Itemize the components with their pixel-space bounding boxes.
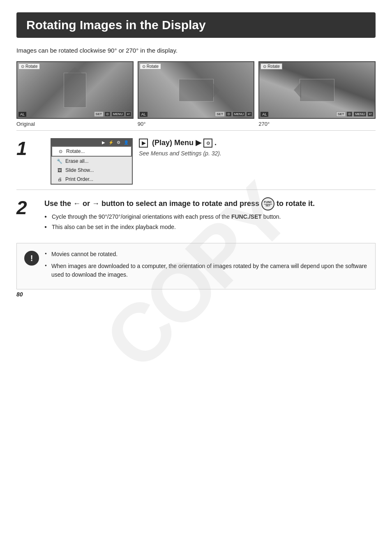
step-2-content: Use the ← or → button to select an image… <box>44 197 376 233</box>
step-1-period: . <box>214 139 217 147</box>
note-icon: ! <box>24 251 39 266</box>
set-btn-original: SET <box>94 111 104 117</box>
back-btn-90: ↩ <box>246 111 252 117</box>
cam-bottom-right-270: SET ⊙ MENU ↩ <box>336 111 374 117</box>
cam-label-icon-original: ⊙ <box>21 64 24 69</box>
erase-menu-icon: 🔧 <box>56 159 63 164</box>
menu-header-settings-icon: ⚙ <box>117 140 120 145</box>
cam-top-bar-270: ⊙ Rotate <box>261 63 374 69</box>
menu-header: ▶ ⚡ ⚙ 👤 <box>51 139 132 146</box>
cam-label-90: ⊙ Rotate <box>140 63 161 69</box>
erase-menu-label: Erase all... <box>65 158 89 164</box>
step-1-title: ▶ (Play) Menu ▶ ⊙ . <box>139 138 369 148</box>
cam-label-icon-270: ⊙ <box>263 64 266 69</box>
screen-label-270: 270° <box>258 121 270 127</box>
step-1-content: ▶ ⚡ ⚙ 👤 ⊙ Rotate... 🔧 Erase all... � <box>44 138 376 185</box>
func-set-button: FUNC SET <box>261 197 274 210</box>
slideshow-menu-icon: 🖼 <box>56 168 63 173</box>
menu-item-print: 🖨 Print Order... <box>51 175 132 184</box>
cam-bottom-left-270: AL <box>261 112 268 117</box>
func-btn-90: ⊙ <box>226 111 232 117</box>
cam-bottom-left-original: AL <box>18 112 26 117</box>
cam-bottom-right-original: SET ⊙ MENU ↩ <box>94 111 131 117</box>
menu-btn-90: MENU <box>233 111 246 117</box>
menu-item-slideshow: 🖼 Slide Show... <box>51 166 132 175</box>
cam-label-text-270: Rotate <box>267 64 279 69</box>
func-btn-270: ⊙ <box>346 111 353 117</box>
menu-header-play-icon: ▶ <box>102 140 105 145</box>
cam-label-text-original: Rotate <box>25 64 37 69</box>
step-2-number: 2 <box>16 197 37 217</box>
page-title: Rotating Images in the Display <box>26 18 366 32</box>
menu-header-flash-icon: ⚡ <box>108 140 113 145</box>
func-set-text: FUNC SET <box>264 201 272 207</box>
note-icon-text: ! <box>30 254 33 263</box>
screen-label-original: Original <box>16 121 35 127</box>
page-number: 80 <box>16 291 23 298</box>
menu-screenshot: ▶ ⚡ ⚙ 👤 ⊙ Rotate... 🔧 Erase all... � <box>51 138 133 185</box>
func-label: FUNC <box>264 201 272 204</box>
cam-label-original: ⊙ Rotate <box>18 63 40 69</box>
step-1-text-block: ▶ (Play) Menu ▶ ⊙ . See Menus and Settin… <box>139 138 369 160</box>
cam-bottom-bar-original: AL SET ⊙ MENU ↩ <box>18 111 131 117</box>
note-item-1: Movies cannot be rotated. <box>45 250 368 259</box>
note-item-2: When images are downloaded to a computer… <box>45 262 368 279</box>
camera-screen-270: ⊙ Rotate AL SET ⊙ MENU ↩ <box>258 61 376 119</box>
cam-label-text-90: Rotate <box>147 64 159 69</box>
rotate-icon: ⊙ <box>203 139 212 148</box>
set-label: SET <box>264 204 272 207</box>
menu-item-rotate: ⊙ Rotate... <box>51 146 132 157</box>
menu-header-person-icon: 👤 <box>124 140 129 145</box>
note-box: ! Movies cannot be rotated. When images … <box>16 243 376 289</box>
step-1-inner: ▶ ⚡ ⚙ 👤 ⊙ Rotate... 🔧 Erase all... � <box>44 138 376 185</box>
menu-btn-270: MENU <box>353 111 367 117</box>
img-content-90 <box>138 69 254 111</box>
note-content: Movies cannot be rotated. When images ar… <box>45 250 368 282</box>
cam-bottom-left-90: AL <box>140 112 148 117</box>
img-content-270 <box>259 69 375 111</box>
img-content-original <box>17 69 133 111</box>
arrow-right-label: ▶ <box>196 139 203 147</box>
screenshot-original: ⊙ Rotate AL SET ⊙ MENU ↩ Ori <box>16 61 134 127</box>
cam-bottom-bar-90: AL SET ⊙ MENU ↩ <box>140 111 253 117</box>
building-shape-270 <box>300 79 334 102</box>
set-btn-90: SET <box>215 111 225 117</box>
building-shape-90 <box>179 79 214 102</box>
page-content: Rotating Images in the Display Images ca… <box>0 0 392 306</box>
step-2-title: Use the ← or → button to select an image… <box>44 197 376 210</box>
print-menu-icon: 🖨 <box>56 177 63 182</box>
rotate-menu-icon: ⊙ <box>57 149 64 154</box>
screen-label-90: 90° <box>138 121 146 127</box>
print-menu-label: Print Order... <box>65 176 93 182</box>
cam-top-bar-90: ⊙ Rotate <box>140 63 253 69</box>
camera-screen-original: ⊙ Rotate AL SET ⊙ MENU ↩ <box>16 61 134 119</box>
step-1-ref: Menus and Settings <box>151 150 202 157</box>
step-2-row: 2 Use the ← or → button to select an ima… <box>16 190 376 238</box>
slideshow-menu-label: Slide Show... <box>65 167 94 173</box>
cam-label-icon-90: ⊙ <box>142 64 145 69</box>
step-2-bullet-2: This also can be set in the index playba… <box>44 223 376 231</box>
cam-label-270: ⊙ Rotate <box>261 63 282 69</box>
step-1-subtitle: See Menus and Settings (p. 32). <box>139 150 369 157</box>
camera-screen-90: ⊙ Rotate AL SET ⊙ MENU ↩ <box>138 61 255 119</box>
step-2-bullet-1: Cycle through the 90°/270°/original orie… <box>44 213 376 221</box>
screenshot-90: ⊙ Rotate AL SET ⊙ MENU ↩ 90° <box>138 61 255 127</box>
back-btn-270: ↩ <box>367 111 374 117</box>
menu-item-erase: 🔧 Erase all... <box>51 157 132 166</box>
rotate-menu-label: Rotate... <box>66 148 85 154</box>
menu-btn-original: MENU <box>111 111 125 117</box>
step-1-row: 1 ▶ ⚡ ⚙ 👤 ⊙ Rotate... 🔧 <box>16 130 376 190</box>
step-1-number: 1 <box>16 138 37 158</box>
step-2-title-text: Use the ← or → button to select an image… <box>44 199 315 208</box>
cam-bottom-bar-270: AL SET ⊙ MENU ↩ <box>261 111 374 117</box>
note-list: Movies cannot be rotated. When images ar… <box>45 250 368 279</box>
step-2-bullets: Cycle through the 90°/270°/original orie… <box>44 213 376 231</box>
title-bar: Rotating Images in the Display <box>16 12 376 38</box>
func-btn-original: ⊙ <box>104 111 111 117</box>
screenshots-row: ⊙ Rotate AL SET ⊙ MENU ↩ Ori <box>16 61 376 127</box>
building-shape-original <box>64 73 86 108</box>
func-set-bold: FUNC./SET <box>231 213 262 220</box>
back-btn-original: ↩ <box>125 111 131 117</box>
cam-bottom-right-90: SET ⊙ MENU ↩ <box>215 111 252 117</box>
intro-text: Images can be rotated clockwise 90° or 2… <box>16 47 376 54</box>
